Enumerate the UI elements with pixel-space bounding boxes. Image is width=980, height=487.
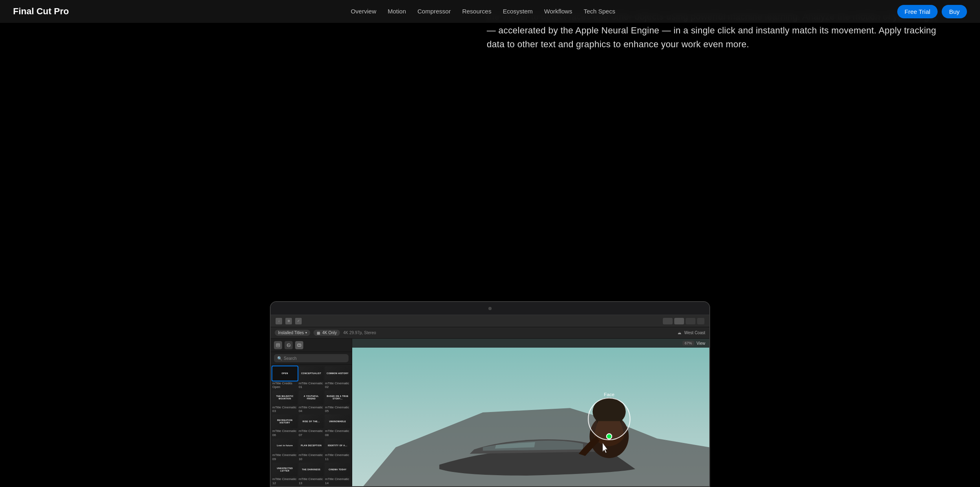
browser-grid: OPENmTitle Credits OpenCONCEPTUALISTmTit… xyxy=(271,365,352,486)
mac-titlebar xyxy=(271,302,709,315)
toolbar-check-icon[interactable]: ✓ xyxy=(295,318,302,324)
thumb-title: Lost in future xyxy=(276,444,294,447)
thumb-label: mTitle Cinematic 09 xyxy=(272,453,298,461)
buy-button[interactable]: Buy xyxy=(942,5,967,18)
thumb-title: COMMON HISTORY xyxy=(326,372,349,375)
thumbnail-item[interactable]: PLAN DECEPTIONmTitle Cinematic 10 xyxy=(299,439,324,461)
thumbnail-item[interactable]: UNKNOWABLEmTitle Cinematic 08 xyxy=(325,414,350,437)
thumb-label: mTitle Cinematic 08 xyxy=(325,429,350,437)
installed-titles-pill[interactable]: Installed Titles ▾ xyxy=(275,330,310,336)
dropdown-chevron: ▾ xyxy=(305,331,307,335)
thumbnail-item[interactable]: CONCEPTUALISTmTitle Cinematic 01 xyxy=(299,366,324,389)
thumb-label: mTitle Cinematic 10 xyxy=(299,453,324,461)
fcp-toolbar: ↓ ⊕ ✓ xyxy=(271,315,709,327)
thumb-title: RISE OF THE... xyxy=(302,420,321,423)
nav-motion[interactable]: Motion xyxy=(388,8,406,15)
thumbnail-item[interactable]: A YOUTHFUL FRIENDmTitle Cinematic 04 xyxy=(299,390,324,413)
svg-text:Face: Face xyxy=(604,392,615,397)
mac-camera xyxy=(488,307,492,310)
thumbnail-item[interactable]: COMMON HISTORYmTitle Cinematic 02 xyxy=(325,366,350,389)
nav-logo[interactable]: Final Cut Pro xyxy=(13,6,69,17)
fcp-browser-bar: Installed Titles ▾ ▦ 4K Only 4K 29.97p, … xyxy=(271,327,709,339)
filter-icon: ▦ xyxy=(317,331,320,335)
nav-actions: Free Trial Buy xyxy=(897,5,967,18)
thumb-title: UNEXPECTED LETTER xyxy=(272,467,298,472)
nav-resources[interactable]: Resources xyxy=(462,8,492,15)
nav-links: Overview Motion Compressor Resources Eco… xyxy=(351,8,615,15)
thumbnail-item[interactable]: IDENTITY OF A...mTitle Cinematic 11 xyxy=(325,439,350,461)
location-label: West Coast xyxy=(684,331,706,335)
thumb-title: PLAN DECEPTION xyxy=(300,444,322,447)
thumb-label: mTitle Cinematic 07 xyxy=(299,429,324,437)
mac-mockup: ↓ ⊕ ✓ Installed Titles xyxy=(270,301,710,487)
nav-compressor[interactable]: Compressor xyxy=(417,8,451,15)
nav-workflows[interactable]: Workflows xyxy=(544,8,572,15)
thumb-title: OPEN xyxy=(281,372,289,375)
audio-info: 4K 29.97p, Stereo xyxy=(343,331,376,335)
thumb-label: mTitle Cinematic 11 xyxy=(325,453,350,461)
toolbar-keyword-icon[interactable]: ⊕ xyxy=(285,318,292,324)
navigation: Final Cut Pro Overview Motion Compressor… xyxy=(0,0,980,23)
filter-pill[interactable]: ▦ 4K Only xyxy=(313,330,340,336)
toolbar-view2-icon[interactable] xyxy=(674,318,684,324)
thumb-title: THE DARKNESS xyxy=(301,468,321,471)
search-input-area[interactable]: 🔍 Search xyxy=(274,354,349,362)
thumbnail-item[interactable]: OPENmTitle Credits Open xyxy=(272,366,298,389)
viewer-topbar: 67% View xyxy=(352,339,709,348)
scene-svg: Face xyxy=(352,339,709,486)
nav-tech-specs[interactable]: Tech Specs xyxy=(584,8,616,15)
thumb-label: mTitle Cinematic 13 xyxy=(299,477,324,485)
toolbar-view1-icon[interactable] xyxy=(663,318,673,324)
page-content: the viewer to detect faces and other obj… xyxy=(0,0,980,487)
filter-label: 4K Only xyxy=(322,331,337,335)
thumbnail-item[interactable]: UNEXPECTED LETTERmTitle Cinematic 12 xyxy=(272,463,298,485)
thumb-title: CINEMA TODAY xyxy=(328,468,347,471)
browser-tabs: T xyxy=(271,339,352,352)
search-icon: 🔍 xyxy=(277,356,282,361)
toolbar-view3-icon[interactable] xyxy=(686,318,695,324)
browser-bar-right: ⛰ West Coast xyxy=(678,331,706,335)
thumb-label: mTitle Cinematic 14 xyxy=(325,477,350,485)
thumb-label: mTitle Credits Open xyxy=(272,381,298,389)
thumb-title: RECREATION HISTORY xyxy=(272,419,298,424)
svg-point-13 xyxy=(607,434,612,439)
svg-rect-1 xyxy=(277,344,279,345)
zoom-level[interactable]: 67% xyxy=(682,341,694,346)
browser-search: 🔍 Search xyxy=(271,352,352,365)
viewer-zoom-controls: 67% View xyxy=(682,341,705,346)
thumb-label: mTitle Cinematic 05 xyxy=(325,405,350,413)
fcp-app: ↓ ⊕ ✓ Installed Titles xyxy=(271,315,709,486)
svg-rect-2 xyxy=(277,345,279,346)
thumb-title: THE MAJESTIC MOUNTAIN xyxy=(272,395,298,400)
thumb-title: UNKNOWABLE xyxy=(328,420,347,423)
tab-photos-icon[interactable] xyxy=(285,341,293,349)
location-icon: ⛰ xyxy=(678,331,681,335)
thumb-label: mTitle Cinematic 12 xyxy=(272,477,298,485)
installed-titles-label: Installed Titles xyxy=(278,331,304,335)
tab-libraries-icon[interactable] xyxy=(274,341,282,349)
thumbnail-item[interactable]: THE DARKNESSmTitle Cinematic 13 xyxy=(299,463,324,485)
fcp-main: T 🔍 Search OPENmTitle Credits xyxy=(271,339,709,486)
thumbnail-item[interactable]: THE MAJESTIC MOUNTAINmTitle Cinematic 03 xyxy=(272,390,298,413)
tab-titles-icon[interactable]: T xyxy=(295,341,303,349)
thumb-title: CONCEPTUALIST xyxy=(300,372,322,375)
nav-ecosystem[interactable]: Ecosystem xyxy=(503,8,532,15)
nav-overview[interactable]: Overview xyxy=(351,8,376,15)
macbook-frame: ↓ ⊕ ✓ Installed Titles xyxy=(270,301,710,487)
thumb-label: mTitle Cinematic 02 xyxy=(325,381,350,389)
thumbnail-item[interactable]: Lost in futuremTitle Cinematic 09 xyxy=(272,439,298,461)
toolbar-share-icon[interactable] xyxy=(697,318,704,324)
toolbar-import-icon[interactable]: ↓ xyxy=(276,318,282,324)
svg-text:T: T xyxy=(298,344,300,346)
thumbnail-item[interactable]: RISE OF THE...mTitle Cinematic 07 xyxy=(299,414,324,437)
thumb-title: BASED ON A TRUE STORY... xyxy=(325,395,350,400)
view-button[interactable]: View xyxy=(697,341,706,346)
thumbnail-item[interactable]: RECREATION HISTORYmTitle Cinematic 06 xyxy=(272,414,298,437)
thumbnail-item[interactable]: CINEMA TODAYmTitle Cinematic 14 xyxy=(325,463,350,485)
thumb-title: IDENTITY OF A... xyxy=(327,444,348,447)
fcp-viewer-panel[interactable]: 67% View xyxy=(352,339,709,486)
thumbnail-item[interactable]: BASED ON A TRUE STORY...mTitle Cinematic… xyxy=(325,390,350,413)
fcp-browser-panel: T 🔍 Search OPENmTitle Credits xyxy=(271,339,352,486)
free-trial-button[interactable]: Free Trial xyxy=(897,5,938,18)
thumb-label: mTitle Cinematic 04 xyxy=(299,405,324,413)
